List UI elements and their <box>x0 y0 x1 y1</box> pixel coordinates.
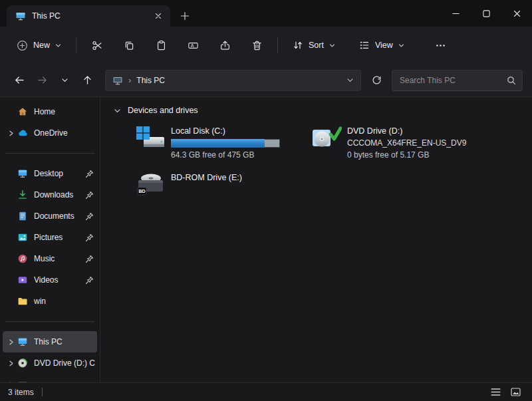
paste-icon <box>156 40 167 51</box>
folder-icon <box>17 296 28 307</box>
address-dropdown-icon[interactable] <box>346 76 354 84</box>
sidebar-item-label: Music <box>34 254 84 263</box>
sidebar-item-label: This PC <box>34 337 96 346</box>
minimize-button[interactable] <box>440 0 471 27</box>
maximize-icon <box>483 10 490 17</box>
status-bar: 3 items <box>0 382 532 401</box>
drive-capacity-text: 64.3 GB free of 475 GB <box>171 150 280 160</box>
delete-button[interactable] <box>243 33 270 57</box>
new-tab-button[interactable] <box>176 7 194 25</box>
rename-icon: A <box>188 40 199 51</box>
sidebar-item-documents[interactable]: Documents <box>3 205 97 227</box>
titlebar: This PC <box>0 0 532 27</box>
sidebar-item-onedrive[interactable]: OneDrive <box>3 122 97 144</box>
music-icon <box>17 253 28 264</box>
maximize-button[interactable] <box>471 0 501 27</box>
drive-capacity-text: 0 bytes free of 5.17 GB <box>347 150 466 160</box>
sidebar-item-pictures[interactable]: Pictures <box>3 227 97 248</box>
sidebar-item-downloads[interactable]: Downloads <box>3 184 97 205</box>
minimize-icon <box>452 10 460 17</box>
desktop-icon <box>17 168 28 179</box>
forward-button[interactable] <box>32 70 52 90</box>
sidebar-item-win[interactable]: win <box>3 291 97 312</box>
command-toolbar: New A Sort View <box>0 27 532 64</box>
sidebar-item-label: Home <box>34 107 96 116</box>
this-pc-icon <box>15 11 26 21</box>
more-options-button[interactable] <box>429 33 453 57</box>
share-button[interactable] <box>211 33 238 57</box>
local-disk-icon <box>135 125 166 154</box>
sidebar-item-this-pc[interactable]: This PC <box>3 331 97 352</box>
sidebar-item-videos[interactable]: Videos <box>3 269 97 291</box>
sidebar-item-home[interactable]: Home <box>3 101 97 122</box>
navigation-bar: › This PC <box>0 64 532 97</box>
capacity-fill <box>171 139 265 148</box>
dvd-drive-icon <box>311 125 342 154</box>
plus-icon <box>180 11 190 21</box>
drive-tiles: Local Disk (C:) 64.3 GB free of 475 GB <box>135 125 532 200</box>
search-box[interactable] <box>392 70 523 91</box>
recent-locations-button[interactable] <box>55 70 74 90</box>
chevron-slot[interactable] <box>4 130 17 137</box>
sidebar-item-music[interactable]: Music <box>3 248 97 269</box>
bd-badge-label: BD <box>138 189 145 194</box>
view-icon <box>359 40 370 51</box>
file-explorer-window: This PC New <box>0 0 532 401</box>
view-button[interactable]: View <box>352 34 412 57</box>
items-count: 3 items <box>8 388 34 397</box>
search-input[interactable] <box>400 76 503 85</box>
address-bar[interactable]: › This PC <box>105 70 361 91</box>
new-button[interactable]: New <box>9 34 68 57</box>
sort-button[interactable]: Sort <box>285 34 342 57</box>
drive-bdrom-e[interactable]: BD BD-ROM Drive (E:) <box>135 170 311 200</box>
tab-close-button[interactable] <box>150 8 166 24</box>
chevron-right-icon <box>7 338 15 346</box>
dvd-disc-icon <box>17 358 28 368</box>
rename-button[interactable]: A <box>180 33 206 57</box>
sidebar-item-dvd-drive[interactable]: DVD Drive (D:) C <box>3 352 97 374</box>
details-view-button[interactable] <box>487 385 504 400</box>
search-icon <box>507 76 516 85</box>
up-button[interactable] <box>77 70 97 90</box>
sort-icon <box>293 40 303 51</box>
volume-label: CCCOMA_X64FRE_EN-US_DV9 <box>347 138 466 148</box>
drive-dvd-d[interactable]: DVD Drive (D:) CCCOMA_X64FRE_EN-US_DV9 0… <box>311 125 487 160</box>
back-button[interactable] <box>9 70 29 90</box>
svg-text:A: A <box>190 43 194 47</box>
large-icons-view-icon <box>511 388 521 396</box>
window-controls <box>440 0 532 27</box>
this-pc-icon <box>112 75 123 86</box>
sidebar-item-label: Documents <box>34 211 84 221</box>
chevron-slot[interactable] <box>4 360 17 367</box>
capacity-bar <box>171 139 280 148</box>
drive-info: BD-ROM Drive (E:) <box>171 170 242 183</box>
more-dots-icon <box>436 41 446 51</box>
home-icon <box>17 106 28 117</box>
collapse-section-icon[interactable] <box>114 107 121 114</box>
refresh-icon <box>372 75 382 85</box>
cut-button[interactable] <box>84 33 110 57</box>
refresh-button[interactable] <box>366 70 386 90</box>
drive-local-disk-c[interactable]: Local Disk (C:) 64.3 GB free of 475 GB <box>135 125 311 160</box>
sidebar-divider <box>5 153 94 154</box>
tab-this-pc[interactable]: This PC <box>7 5 170 27</box>
drive-name: Local Disk (C:) <box>171 126 280 136</box>
close-icon <box>155 13 162 19</box>
sidebar-item-label: Videos <box>34 275 84 285</box>
chevron-slot[interactable] <box>4 338 17 346</box>
arrow-up-icon <box>82 74 93 86</box>
sidebar-item-label: Desktop <box>34 169 84 178</box>
sidebar-item-partial[interactable] <box>3 374 97 382</box>
copy-button[interactable] <box>116 33 142 57</box>
bdrom-drive-icon: BD <box>135 170 166 200</box>
pin-icon <box>84 233 94 242</box>
breadcrumb-location[interactable]: This PC <box>136 76 165 85</box>
paste-button[interactable] <box>148 33 174 57</box>
arrow-left-icon <box>14 74 25 86</box>
large-icons-view-button[interactable] <box>507 385 524 400</box>
downloads-icon <box>17 190 28 200</box>
close-button[interactable] <box>501 0 532 27</box>
copy-icon <box>124 40 135 51</box>
this-pc-icon <box>17 336 28 347</box>
sidebar-item-desktop[interactable]: Desktop <box>3 163 97 184</box>
